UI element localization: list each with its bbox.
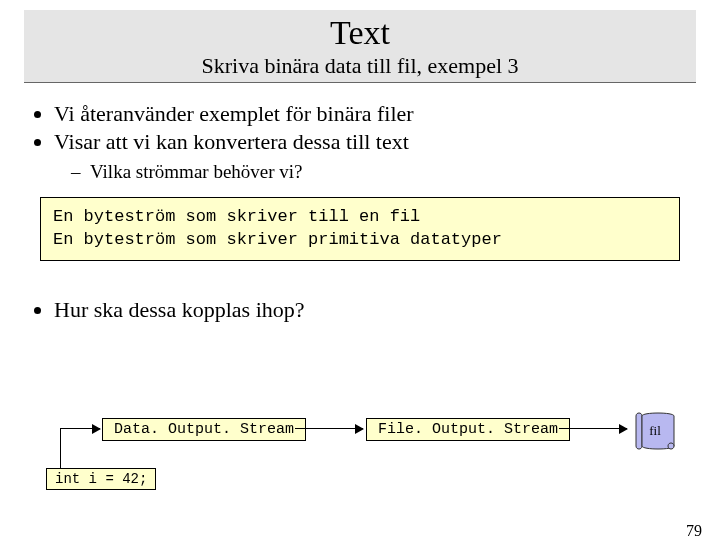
int-declaration-box: int i = 42; <box>46 468 156 490</box>
connector-arrow <box>60 428 100 429</box>
body-text: Vi återanvänder exemplet för binära file… <box>30 101 690 183</box>
slide: Text Skriva binära data till fil, exempe… <box>0 10 720 540</box>
file-output-stream-box: File. Output. Stream <box>366 418 570 441</box>
file-scroll-icon: fil <box>632 410 678 452</box>
bullet-item: Vi återanvänder exemplet för binära file… <box>54 101 690 127</box>
arrow-icon <box>295 428 363 429</box>
bullet-text: Visar att vi kan konvertera dessa till t… <box>54 129 409 154</box>
flow-diagram: Data. Output. Stream File. Output. Strea… <box>40 410 690 500</box>
sub-bullet-item: Vilka strömmar behöver vi? <box>90 161 690 183</box>
title-band: Text Skriva binära data till fil, exempe… <box>24 10 696 83</box>
bullet-item: Hur ska dessa kopplas ihop? <box>54 297 690 323</box>
data-output-stream-box: Data. Output. Stream <box>102 418 306 441</box>
arrow-icon <box>559 428 627 429</box>
file-label: fil <box>632 410 678 452</box>
slide-subtitle: Skriva binära data till fil, exempel 3 <box>24 53 696 79</box>
page-number: 79 <box>686 522 702 540</box>
slide-title: Text <box>24 14 696 51</box>
bullet-item: Visar att vi kan konvertera dessa till t… <box>54 129 690 183</box>
code-box: En byteström som skriver till en fil En … <box>40 197 680 261</box>
question-2: Hur ska dessa kopplas ihop? <box>30 297 690 323</box>
